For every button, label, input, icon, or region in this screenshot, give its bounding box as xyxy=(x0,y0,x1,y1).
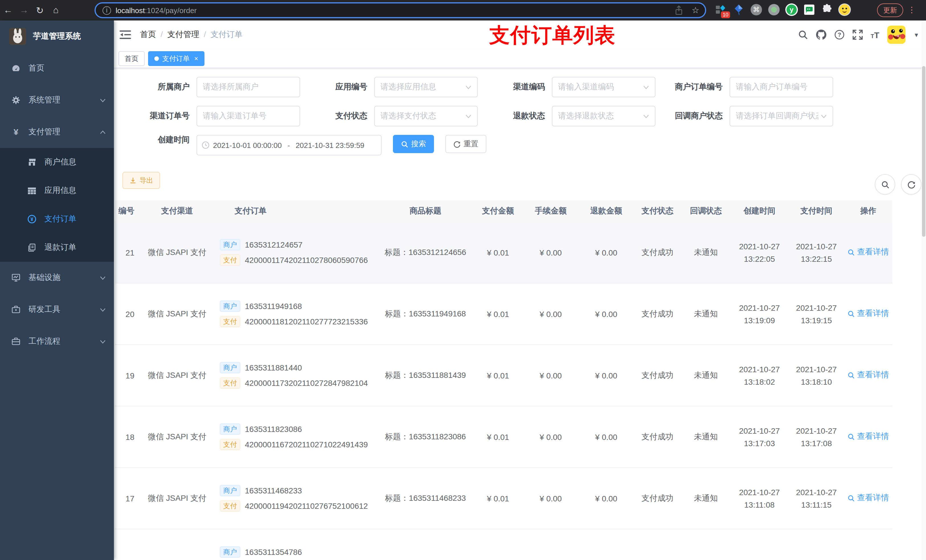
dashboard-icon xyxy=(11,64,21,73)
help-icon[interactable]: ? xyxy=(834,30,844,40)
site-info-icon[interactable]: i xyxy=(103,6,111,15)
sidebar-item-支付订单[interactable]: ¥支付订单 xyxy=(0,205,114,233)
extension-y-icon[interactable]: y xyxy=(785,3,799,17)
col-paid: 支付时间 xyxy=(789,206,844,216)
cell-title: 标题：1635311881439 xyxy=(377,370,474,380)
extension-chat-icon[interactable] xyxy=(802,3,816,17)
view-detail-link[interactable]: 查看详情 xyxy=(847,309,889,319)
font-size-icon[interactable]: TT xyxy=(871,30,879,39)
close-tab-icon[interactable]: × xyxy=(194,51,198,65)
filter-input[interactable]: 请选择所属商户 xyxy=(197,77,300,97)
sidebar-item-首页[interactable]: 首页 xyxy=(0,52,114,84)
address-bar[interactable]: i localhost:1024/pay/order ☆ xyxy=(95,2,706,18)
filter-input[interactable]: 请输入商户订单编号 xyxy=(729,77,833,97)
col-title: 商品标题 xyxy=(377,206,474,216)
export-button[interactable]: 导出 xyxy=(123,172,160,189)
sidebar-item-工作流程[interactable]: 工作流程 xyxy=(0,326,114,358)
sidebar-item-商户信息[interactable]: 商户信息 xyxy=(0,148,114,177)
cell-id: 20 xyxy=(115,309,135,318)
refresh-table-button[interactable] xyxy=(901,174,921,195)
filter-select[interactable]: 请选择退款状态 xyxy=(552,106,655,126)
sidebar-item-系统管理[interactable]: 系统管理 xyxy=(0,84,114,116)
page-scrollbar[interactable] xyxy=(921,21,926,560)
filter-select[interactable]: 请选择应用信息 xyxy=(374,77,478,97)
filter-label: 支付状态 xyxy=(300,111,374,121)
table-header: 编号 支付渠道 支付订单 商品标题 支付金额 手续金额 退款金额 支付状态 回调… xyxy=(115,200,893,222)
cell-channel: 微信 JSAPI 支付 xyxy=(135,493,220,503)
cell-created: 2021-10-2713:22:05 xyxy=(730,240,789,265)
user-avatar[interactable] xyxy=(887,26,905,44)
filter-input[interactable]: 请输入渠道订单号 xyxy=(197,106,300,126)
sidebar-item-label: 支付订单 xyxy=(44,214,76,224)
browser-back-icon[interactable]: ← xyxy=(0,5,16,15)
scrollbar-thumb[interactable] xyxy=(922,66,925,237)
merchant-tag: 商户 xyxy=(220,485,240,496)
view-detail-link[interactable]: 查看详情 xyxy=(847,432,889,442)
active-dot-icon xyxy=(154,56,159,60)
user-menu-caret-icon[interactable]: ▼ xyxy=(914,32,919,38)
browser-update-button[interactable]: 更新 xyxy=(877,3,903,17)
breadcrumb-home[interactable]: 首页 xyxy=(140,30,156,39)
merchant-order-no: 1635311823086 xyxy=(245,424,302,434)
sidebar-item-基础设施[interactable]: 基础设施 xyxy=(0,262,114,294)
view-detail-link[interactable]: 查看详情 xyxy=(847,370,889,380)
filter-select[interactable]: 请选择支付状态 xyxy=(374,106,478,126)
table-row: 21 微信 JSAPI 支付 商户1635312124657 支付4200001… xyxy=(115,222,893,284)
share-icon[interactable] xyxy=(673,5,684,15)
browser-reload-icon[interactable]: ↻ xyxy=(32,5,48,16)
cell-created: 2021-10-2713:17:03 xyxy=(730,424,789,449)
app-logo[interactable]: 芋道管理系统 xyxy=(0,21,114,52)
chevron-down-icon xyxy=(643,113,649,119)
extension-command-icon[interactable]: ⌘ xyxy=(749,3,763,17)
tab-home[interactable]: 首页 xyxy=(118,51,145,66)
cell-pay-order: 商户1635311949168 支付4200001181202110277723… xyxy=(220,296,377,331)
cell-status: 支付成功 xyxy=(633,309,682,319)
breadcrumb: 首页/支付管理/支付订单 xyxy=(140,30,243,40)
search-icon[interactable] xyxy=(798,30,808,40)
extension-icons: 10 ⌘ y xyxy=(714,3,851,17)
cell-amount: ¥ 0.01 xyxy=(474,432,522,441)
show-search-button[interactable] xyxy=(875,174,895,195)
cell-status: 支付成功 xyxy=(633,370,682,380)
github-icon[interactable] xyxy=(816,30,826,40)
filter-label: 商户订单编号 xyxy=(655,82,729,92)
bookmark-star-icon[interactable]: ☆ xyxy=(691,5,699,15)
cell-channel: 微信 JSAPI 支付 xyxy=(135,247,220,258)
chevron-down-icon xyxy=(465,113,472,119)
browser-home-icon[interactable]: ⌂ xyxy=(48,5,64,15)
browser-menu-icon[interactable]: ⋮ xyxy=(908,3,916,16)
view-detail-link[interactable]: 查看详情 xyxy=(847,247,889,258)
chevron-down-icon xyxy=(465,84,472,90)
create-time-range-picker[interactable]: 2021-10-01 00:00:00 - 2021-10-31 23:59:5… xyxy=(197,135,381,155)
collapse-sidebar-icon[interactable] xyxy=(120,29,131,41)
cell-pay-order: 商户1635311354786 支付 xyxy=(220,542,377,560)
extension-kite-icon[interactable] xyxy=(732,3,746,17)
tab-pay-order[interactable]: 支付订单 × xyxy=(148,51,204,66)
cell-status: 支付成功 xyxy=(633,432,682,442)
table-row: 商户1635311354786 支付 xyxy=(115,529,893,560)
search-button[interactable]: 搜索 xyxy=(393,135,434,153)
cell-amount: ¥ 0.01 xyxy=(474,309,522,318)
browser-forward-icon[interactable]: → xyxy=(16,5,32,15)
cell-title: 标题：1635312124656 xyxy=(377,247,474,258)
sidebar-item-支付管理[interactable]: ¥支付管理 xyxy=(0,116,114,148)
extensions-puzzle-icon[interactable] xyxy=(820,3,834,17)
cell-notify: 未通知 xyxy=(682,370,730,380)
filter-select[interactable]: 请输入渠道编码 xyxy=(552,77,655,97)
yen-icon: ¥ xyxy=(11,127,21,137)
filter-select[interactable]: 请选择订单回调商户状态 xyxy=(729,106,833,126)
reset-button[interactable]: 重置 xyxy=(445,135,486,153)
sidebar-item-应用信息[interactable]: 应用信息 xyxy=(0,177,114,205)
sidebar-item-退款订单[interactable]: 退款订单 xyxy=(0,233,114,262)
document-icon xyxy=(27,243,36,252)
profile-emoji-avatar[interactable] xyxy=(838,3,851,17)
filter-label: 所属商户 xyxy=(123,82,197,92)
view-detail-link[interactable]: 查看详情 xyxy=(847,493,889,503)
extension-dot-icon[interactable] xyxy=(767,3,781,17)
sidebar-item-研发工具[interactable]: 研发工具 xyxy=(0,294,114,326)
merchant-tag: 商户 xyxy=(220,423,240,435)
extension-workona-icon[interactable]: 10 xyxy=(714,3,728,17)
breadcrumb-pay[interactable]: 支付管理 xyxy=(168,30,199,39)
fullscreen-icon[interactable] xyxy=(853,30,863,40)
refresh-icon xyxy=(453,140,461,148)
